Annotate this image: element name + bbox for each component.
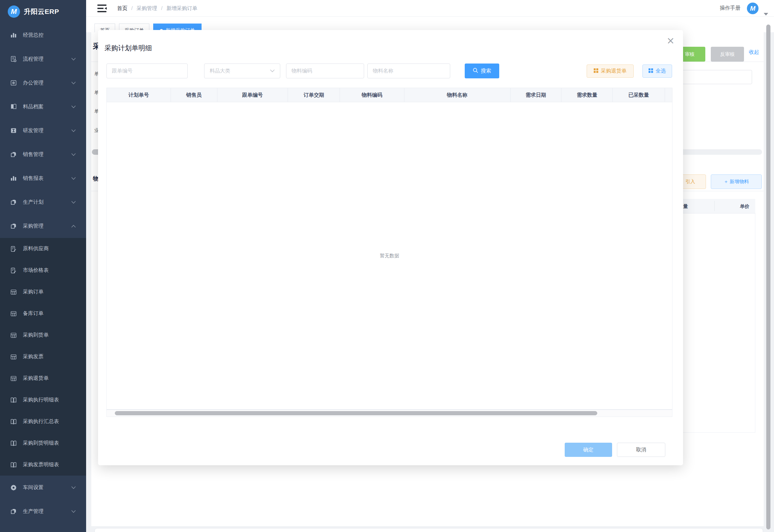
app-root: M 升阳云ERP 经营总控 流程管理 办公管理 料品档案 研发管理 销售管理 销… — [0, 0, 774, 532]
sidebar-item-label: 采购订单 — [23, 289, 44, 295]
sidebar-item[interactable]: 采购执行汇总表 — [0, 411, 86, 432]
sidebar-item[interactable]: 采购管理 — [0, 214, 86, 238]
breadcrumb: 首页 / 采购管理 / 新增采购订单 — [117, 0, 197, 17]
sidebar-item[interactable]: 经营总控 — [0, 23, 86, 47]
modal-horizontal-scrollbar-thumb[interactable] — [115, 411, 597, 415]
breadcrumb-purchase[interactable]: 采购管理 — [136, 5, 157, 12]
sidebar-item[interactable]: 采购执行明细表 — [0, 389, 86, 411]
sidebar-item-label: 采购到货单 — [23, 332, 49, 339]
sidebar-item[interactable]: 备库订单 — [0, 303, 86, 324]
doc-icon — [10, 55, 17, 63]
order-no-input[interactable]: 跟单编号 — [106, 64, 188, 78]
sidebar-item-label: 采购到货明细表 — [23, 440, 59, 447]
material-name-input[interactable]: 物料名称 — [367, 64, 450, 78]
sidebar-item[interactable]: 研发管理 — [0, 119, 86, 143]
sidebar-item-label: 采购执行明细表 — [23, 397, 59, 403]
doc-edit-icon — [10, 267, 17, 274]
column-header — [665, 88, 672, 102]
close-icon[interactable]: × — [667, 36, 675, 45]
chevron-icon — [71, 105, 76, 108]
sidebar-item[interactable]: 采购发票明细表 — [0, 454, 86, 476]
sidebar-item-label: 采购管理 — [23, 223, 44, 230]
table-icon — [10, 331, 17, 339]
sidebar-item-label: 研发管理 — [23, 127, 44, 134]
sidebar-item[interactable]: 采购退货单 — [0, 368, 86, 389]
select-all-label: 全选 — [656, 68, 666, 74]
sidebar-item-label: 采购发票明细表 — [23, 461, 59, 468]
sidebar-item-label: 料品档案 — [23, 103, 44, 110]
add-material-button[interactable]: ＋ 新增物料 — [711, 174, 762, 189]
column-header: 物料名称 — [404, 88, 511, 102]
sidebar-item[interactable]: 车间设置 — [0, 476, 86, 499]
collapse-menu-icon[interactable] — [97, 4, 107, 13]
sidebar-item-label: 生产计划 — [23, 199, 44, 206]
sidebar-item-label: 市场价格表 — [23, 267, 49, 274]
breadcrumb-separator: / — [161, 5, 162, 11]
page-vertical-scrollbar-thumb[interactable] — [766, 25, 770, 529]
background-input[interactable] — [672, 70, 752, 84]
open-book-icon — [10, 461, 17, 469]
sidebar-item[interactable]: 市场价格表 — [0, 260, 86, 281]
sidebar-item[interactable]: 采购到货明细表 — [0, 432, 86, 454]
search-button[interactable]: 搜索 — [465, 64, 499, 78]
search-icon — [473, 68, 478, 74]
breadcrumb-home[interactable]: 首页 — [117, 5, 127, 12]
column-header: 物料编码 — [340, 88, 404, 102]
chevron-down-icon — [270, 68, 275, 74]
manual-link[interactable]: 操作手册 — [720, 5, 740, 12]
collapse-panel-link[interactable]: 收起 — [749, 49, 759, 56]
sidebar-item[interactable]: 办公管理 — [0, 71, 86, 95]
gear-icon — [10, 484, 17, 491]
grid-icon — [594, 68, 598, 74]
modal-horizontal-scrollbar-track[interactable] — [106, 409, 672, 417]
sidebar-item[interactable]: 料品档案 — [0, 95, 86, 119]
column-header: 销售员 — [171, 88, 217, 102]
cancel-button[interactable]: 取消 — [617, 443, 665, 457]
empty-state-text: 暂无数据 — [107, 253, 672, 259]
avatar[interactable]: M — [747, 3, 759, 14]
select-all-button[interactable]: 全选 — [642, 64, 672, 78]
unaudit-button[interactable]: 反审核 — [711, 47, 744, 62]
plan-table-body: 暂无数据 — [106, 102, 672, 409]
sidebar-item[interactable]: 生产计划 — [0, 190, 86, 214]
sidebar-item[interactable]: 销售报表 — [0, 166, 86, 190]
chevron-down-icon[interactable] — [764, 13, 768, 15]
app-title: 升阳云ERP — [24, 7, 59, 16]
open-book-icon — [10, 396, 17, 404]
chevron-icon — [71, 129, 76, 132]
book-icon — [10, 103, 17, 111]
modal-title: 采购计划单明细 — [104, 44, 152, 53]
breadcrumb-current: 新增采购订单 — [166, 5, 197, 12]
sidebar-item[interactable]: 采购到货单 — [0, 324, 86, 346]
column-header: 单价 — [740, 199, 749, 213]
chevron-icon — [71, 58, 76, 61]
sidebar-item-label: 采购执行汇总表 — [23, 418, 59, 425]
category-select[interactable]: 料品大类 — [204, 64, 280, 78]
sidebar-item[interactable]: 采购发票 — [0, 346, 86, 368]
open-book-icon — [10, 439, 17, 447]
table-icon — [10, 310, 17, 318]
sidebar-item[interactable]: 采购订单 — [0, 281, 86, 303]
purchase-return-button[interactable]: 采购退货单 — [587, 64, 634, 78]
sidebar-item[interactable]: 生产管理 — [0, 499, 86, 523]
sidebar-item-label: 采购退货单 — [23, 375, 49, 382]
chevron-icon — [71, 82, 76, 84]
placeholder-text: 物料编码 — [292, 68, 312, 74]
material-code-input[interactable]: 物料编码 — [286, 64, 364, 78]
sidebar-item[interactable]: 流程管理 — [0, 47, 86, 71]
table-icon — [10, 353, 17, 361]
confirm-button[interactable]: 确定 — [565, 443, 612, 457]
column-header: 需求数量 — [561, 88, 613, 102]
placeholder-text: 物料名称 — [373, 68, 393, 74]
chevron-icon — [71, 486, 76, 489]
chevron-icon — [71, 225, 76, 228]
table-icon — [10, 375, 17, 382]
sidebar-item[interactable]: 加工车间 — [0, 523, 86, 532]
files-icon — [10, 507, 17, 515]
sidebar-item[interactable]: 销售管理 — [0, 143, 86, 166]
plan-table-header: 计划单号销售员跟单编号订单交期物料编码物料名称需求日期需求数量已采数量 — [106, 88, 672, 102]
office-icon — [10, 79, 17, 87]
files-icon — [10, 151, 17, 158]
sidebar-item[interactable]: 原料供应商 — [0, 238, 86, 260]
app-logo-icon: M — [8, 5, 20, 18]
